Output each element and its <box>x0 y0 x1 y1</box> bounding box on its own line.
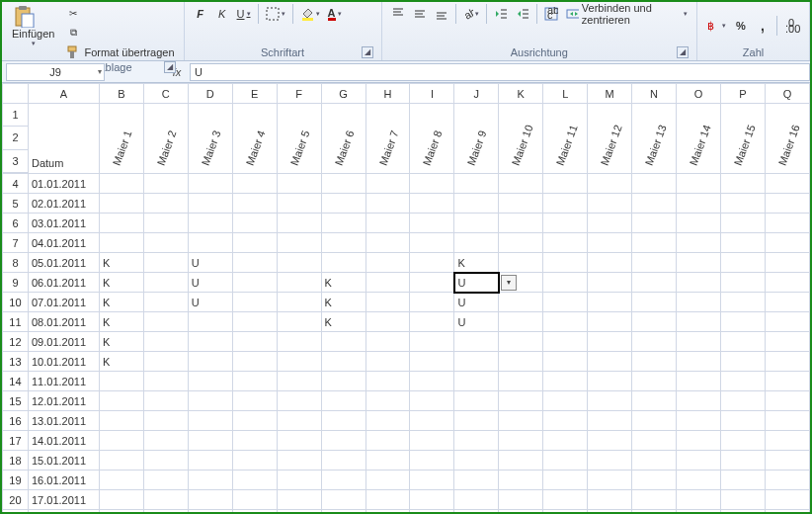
cell-B16[interactable] <box>99 411 143 431</box>
copy-button[interactable]: ⧉ <box>62 24 177 42</box>
cell-Q12[interactable] <box>765 332 809 352</box>
col-header-A[interactable]: A <box>28 84 99 104</box>
col-header-E[interactable]: E <box>232 84 277 104</box>
cell-H7[interactable] <box>365 233 410 253</box>
cell-J7[interactable] <box>454 233 499 253</box>
header-name-14[interactable]: Maier 14 <box>677 104 721 174</box>
cell-A8[interactable]: 05.01.2011 <box>28 253 99 273</box>
cell-J4[interactable] <box>454 174 499 194</box>
cell-L11[interactable] <box>543 312 588 332</box>
cell-H4[interactable] <box>365 174 410 194</box>
cell-J15[interactable] <box>454 391 499 411</box>
cell-O18[interactable] <box>677 451 721 471</box>
cell-P5[interactable] <box>720 194 765 214</box>
cell-B10[interactable]: K <box>99 293 143 312</box>
col-header-C[interactable]: C <box>143 84 188 104</box>
validation-dropdown-button[interactable]: ▾ <box>501 275 517 291</box>
cell-G13[interactable] <box>321 352 365 372</box>
cell-E9[interactable] <box>232 273 277 293</box>
cell-A10[interactable]: 07.01.2011 <box>28 293 99 312</box>
cell-P9[interactable] <box>720 273 765 293</box>
cell-G5[interactable] <box>321 194 365 214</box>
cell-F19[interactable] <box>277 471 321 490</box>
header-name-12[interactable]: Maier 12 <box>588 104 632 174</box>
col-header-J[interactable]: J <box>454 84 499 104</box>
underline-button[interactable]: U <box>234 4 254 24</box>
cell-B6[interactable] <box>99 214 143 233</box>
row-header-12[interactable]: 12 <box>3 332 29 352</box>
col-header-F[interactable]: F <box>277 84 321 104</box>
cell-M10[interactable] <box>588 293 632 312</box>
row-header-14[interactable]: 14 <box>3 372 29 391</box>
header-name-16[interactable]: Maier 16 <box>765 104 809 174</box>
wrap-text-button[interactable]: abc <box>541 4 561 24</box>
row-header-19[interactable]: 19 <box>3 471 29 490</box>
cell-C6[interactable] <box>143 214 188 233</box>
cell-D4[interactable] <box>188 174 232 194</box>
cell-M14[interactable] <box>588 372 632 391</box>
cell-G18[interactable] <box>321 451 365 471</box>
cell-A18[interactable]: 15.01.2011 <box>28 451 99 471</box>
cell-E10[interactable] <box>232 293 277 312</box>
cell-E20[interactable] <box>232 490 277 510</box>
cell-C20[interactable] <box>143 490 188 510</box>
cell-I6[interactable] <box>410 214 454 233</box>
cell-C13[interactable] <box>143 352 188 372</box>
cell-M21[interactable] <box>588 510 632 515</box>
cell-N12[interactable] <box>632 332 677 352</box>
header-name-13[interactable]: Maier 13 <box>632 104 677 174</box>
cell-P12[interactable] <box>720 332 765 352</box>
cell-O8[interactable] <box>677 253 721 273</box>
cell-A17[interactable]: 14.01.2011 <box>28 431 99 451</box>
cell-O13[interactable] <box>677 352 721 372</box>
cell-C8[interactable] <box>143 253 188 273</box>
cell-E6[interactable] <box>232 214 277 233</box>
fill-color-button[interactable] <box>297 4 323 24</box>
cell-N20[interactable] <box>632 490 677 510</box>
cell-F9[interactable] <box>277 273 321 293</box>
cell-L18[interactable] <box>543 451 588 471</box>
cell-G4[interactable] <box>321 174 365 194</box>
cell-O11[interactable] <box>677 312 721 332</box>
cell-M9[interactable] <box>588 273 632 293</box>
cell-D5[interactable] <box>188 194 232 214</box>
percent-button[interactable]: % <box>731 16 751 36</box>
col-header-Q[interactable]: Q <box>765 84 809 104</box>
cell-L21[interactable] <box>543 510 588 515</box>
col-header-I[interactable]: I <box>410 84 454 104</box>
cell-C5[interactable] <box>143 194 188 214</box>
cell-B8[interactable]: K <box>99 253 143 273</box>
cell-A13[interactable]: 10.01.2011 <box>28 352 99 372</box>
cell-F11[interactable] <box>277 312 321 332</box>
cell-G10[interactable]: K <box>321 293 365 312</box>
cell-Q21[interactable] <box>765 510 809 515</box>
cell-A6[interactable]: 03.01.2011 <box>28 214 99 233</box>
cell-G17[interactable] <box>321 431 365 451</box>
cell-I11[interactable] <box>410 312 454 332</box>
row-header-4[interactable]: 4 <box>3 174 29 194</box>
cell-J20[interactable] <box>454 490 499 510</box>
cell-J16[interactable] <box>454 411 499 431</box>
cell-K4[interactable] <box>499 174 543 194</box>
cell-E19[interactable] <box>232 471 277 490</box>
cell-N7[interactable] <box>632 233 677 253</box>
cell-Q5[interactable] <box>765 194 809 214</box>
cell-D11[interactable] <box>188 312 232 332</box>
header-name-3[interactable]: Maier 3 <box>188 104 232 174</box>
cell-D17[interactable] <box>188 431 232 451</box>
cell-B7[interactable] <box>99 233 143 253</box>
cell-J19[interactable] <box>454 471 499 490</box>
row-header-8[interactable]: 8 <box>3 253 29 273</box>
cell-Q19[interactable] <box>765 471 809 490</box>
header-name-7[interactable]: Maier 7 <box>365 104 410 174</box>
cell-K12[interactable] <box>499 332 543 352</box>
cell-L20[interactable] <box>543 490 588 510</box>
cell-N16[interactable] <box>632 411 677 431</box>
cell-G14[interactable] <box>321 372 365 391</box>
cell-M20[interactable] <box>588 490 632 510</box>
cell-Q13[interactable] <box>765 352 809 372</box>
cell-K17[interactable] <box>499 431 543 451</box>
cell-I14[interactable] <box>410 372 454 391</box>
cell-P13[interactable] <box>720 352 765 372</box>
cell-M5[interactable] <box>588 194 632 214</box>
